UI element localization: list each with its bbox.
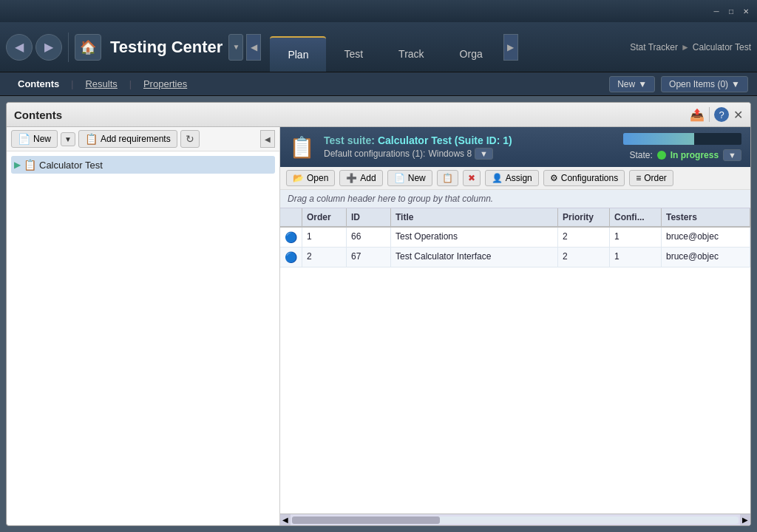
tab-test[interactable]: Test	[326, 36, 381, 72]
new-button[interactable]: New ▼	[609, 76, 655, 92]
breadcrumb-calculator-test: Calculator Test	[693, 42, 751, 52]
add-button[interactable]: ➕ Add	[339, 170, 382, 186]
tree-refresh-button[interactable]: ↻	[180, 130, 200, 148]
tab-plan[interactable]: Plan	[270, 36, 326, 72]
cell-rownum-1: 🔵	[280, 228, 302, 247]
delete-icon: ✖	[468, 173, 475, 183]
grid-area: Order ID Title Priority Confi... Testers…	[280, 208, 750, 514]
add-icon: ➕	[346, 173, 357, 183]
toolbar-sep-1: |	[71, 79, 73, 89]
col-header-title[interactable]: Title	[391, 208, 558, 226]
cell-priority-2: 2	[558, 248, 610, 267]
assign-button[interactable]: 👤 Assign	[485, 170, 539, 186]
detail-pane: 📋 Test suite: Calculator Test (Suite ID:…	[280, 127, 750, 525]
assign-icon: 👤	[492, 173, 503, 183]
help-icon[interactable]: ?	[714, 107, 729, 122]
cell-title-1: Test Operations	[391, 228, 558, 247]
cell-id-2: 67	[347, 248, 391, 267]
col-header-order[interactable]: Order	[302, 208, 347, 226]
tab-orga[interactable]: Orga	[442, 36, 500, 72]
open-items-button[interactable]: Open Items (0) ▼	[661, 76, 748, 92]
suite-header: 📋 Test suite: Calculator Test (Suite ID:…	[280, 127, 750, 167]
col-header-priority[interactable]: Priority	[558, 208, 610, 226]
row-expand-icon: 🔵	[285, 231, 297, 243]
tree-expand-icon: ▶	[14, 160, 21, 170]
suite-title: Test suite: Calculator Test (Suite ID: 1…	[324, 134, 614, 146]
config-dropdown[interactable]: ▼	[475, 148, 493, 160]
nav-separator	[68, 33, 69, 62]
app-title: Testing Center	[110, 38, 223, 57]
hscroll-track	[292, 516, 739, 524]
drag-hint: Drag a column header here to group by th…	[280, 190, 750, 208]
tree-item-icon: 📋	[24, 159, 36, 171]
main-area: Contents 📤 ? ✕ 📄 New ▼ 📋	[0, 96, 757, 532]
breadcrumb-separator: ►	[681, 42, 690, 52]
hscroll-right-arrow[interactable]: ▶	[740, 514, 750, 526]
tree-item-label: Calculator Test	[39, 160, 103, 171]
cell-order-1: 1	[302, 228, 347, 247]
table-row[interactable]: 🔵 1 66 Test Operations 2 1 bruce@objec	[280, 228, 750, 248]
panel-body: 📄 New ▼ 📋 Add requirements ↻ ◀ ▶ 📋	[7, 127, 750, 525]
close-icon[interactable]: ✕	[733, 108, 743, 122]
suite-icon: 📋	[289, 135, 315, 160]
breadcrumb: Stat Tracker ► Calculator Test	[630, 42, 751, 52]
tree-toolbar: 📄 New ▼ 📋 Add requirements ↻ ◀	[7, 127, 279, 151]
tree-scroll-button[interactable]: ◀	[260, 130, 275, 148]
order-button[interactable]: ≡ Order	[629, 170, 673, 186]
tree-new-dropdown[interactable]: ▼	[61, 132, 75, 146]
hscroll-thumb[interactable]	[292, 516, 440, 524]
home-button[interactable]: 🏠	[75, 34, 101, 61]
new-test-button[interactable]: 📄 New	[387, 170, 432, 186]
breadcrumb-area: Stat Tracker ► Calculator Test	[630, 42, 751, 52]
back-button[interactable]: ◀	[6, 34, 33, 61]
horizontal-scrollbar[interactable]: ◀ ▶	[280, 514, 750, 525]
forward-button[interactable]: ▶	[35, 34, 62, 61]
tree-item-calculator-test[interactable]: ▶ 📋 Calculator Test	[11, 156, 275, 174]
tab-contents[interactable]: Contents	[9, 75, 68, 92]
suite-progress-fill	[623, 133, 694, 145]
nav-left-arrow[interactable]: ◀	[246, 34, 261, 61]
copy-icon: 📋	[442, 173, 453, 183]
nav-tabs: Plan Test Track Orga	[270, 22, 500, 72]
nav-right-arrow[interactable]: ▶	[503, 34, 518, 61]
suite-right: State: In progress ▼	[623, 133, 741, 161]
contents-panel: Contents 📤 ? ✕ 📄 New ▼ 📋	[6, 102, 751, 526]
cell-confi-1: 1	[610, 228, 662, 247]
grid-header: Order ID Title Priority Confi... Testers	[280, 208, 750, 228]
open-button[interactable]: 📂 Open	[286, 170, 335, 186]
suite-name: Calculator Test (Suite ID: 1)	[378, 134, 512, 146]
row-expand-icon-2: 🔵	[285, 251, 297, 263]
tree-new-button[interactable]: 📄 New	[11, 130, 58, 148]
state-label: In progress	[671, 150, 719, 160]
copy-button[interactable]: 📋	[437, 170, 458, 186]
cell-priority-1: 2	[558, 228, 610, 247]
configurations-button[interactable]: ⚙ Configurations	[543, 170, 625, 186]
cell-order-2: 2	[302, 248, 347, 267]
tab-track[interactable]: Track	[381, 36, 441, 72]
state-dropdown[interactable]: ▼	[723, 149, 741, 161]
col-header-id[interactable]: ID	[347, 208, 391, 226]
toolbar-sep-2: |	[129, 79, 132, 89]
delete-button[interactable]: ✖	[463, 170, 481, 186]
hscroll-left-arrow[interactable]: ◀	[280, 514, 291, 526]
close-button[interactable]: ✕	[741, 6, 751, 16]
secondary-toolbar: Contents | Results | Properties New ▼ Op…	[0, 72, 757, 96]
maximize-button[interactable]: □	[726, 6, 736, 16]
cell-id-1: 66	[347, 228, 391, 247]
open-icon: 📂	[293, 173, 304, 183]
col-header-rownum	[280, 208, 302, 226]
suite-progress-bar	[623, 133, 741, 145]
app-dropdown-button[interactable]: ▼	[228, 34, 243, 61]
col-header-testers[interactable]: Testers	[662, 208, 750, 226]
table-row[interactable]: 🔵 2 67 Test Calculator Interface 2 1 bru…	[280, 248, 750, 267]
tree-add-requirements-button[interactable]: 📋 Add requirements	[78, 130, 177, 148]
minimize-button[interactable]: ─	[711, 6, 722, 16]
state-indicator	[657, 151, 666, 160]
tab-properties[interactable]: Properties	[135, 75, 196, 92]
new-icon: 📄	[394, 173, 405, 183]
export-icon[interactable]: 📤	[690, 108, 705, 122]
order-icon: ≡	[636, 173, 641, 183]
toolbar-right-actions: New ▼ Open Items (0) ▼	[609, 76, 748, 92]
col-header-confi[interactable]: Confi...	[610, 208, 662, 226]
tab-results[interactable]: Results	[76, 75, 126, 92]
